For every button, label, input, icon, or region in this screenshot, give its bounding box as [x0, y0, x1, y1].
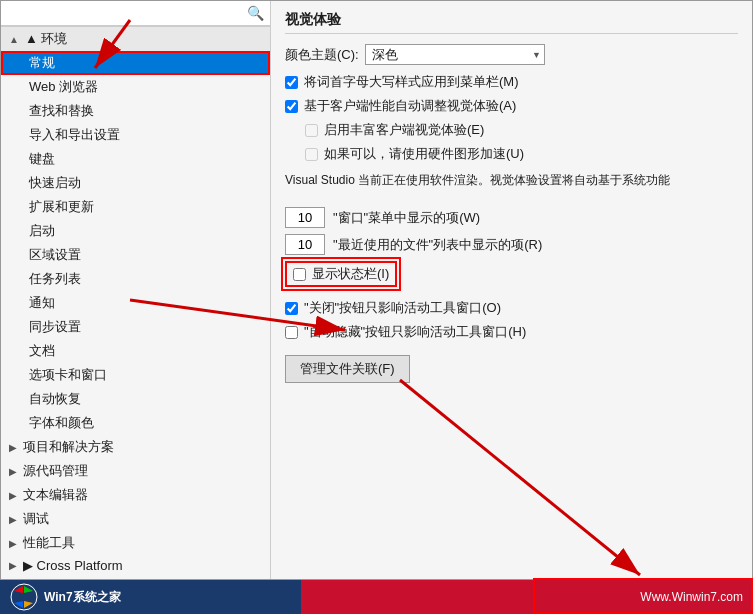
sidebar-item-notify[interactable]: 通知 [1, 291, 270, 315]
sidebar-item-auto-recover[interactable]: 自动恢复 [1, 387, 270, 411]
theme-dropdown-wrapper: 深色 浅色 蓝色 高对比度 [365, 44, 545, 65]
number-row-1: "窗口"菜单中显示的项(W) [285, 207, 738, 228]
sidebar-item-tasklist[interactable]: 任务列表 [1, 267, 270, 291]
sidebar-item-sync[interactable]: 同步设置 [1, 315, 270, 339]
checkbox-hide[interactable] [285, 326, 298, 339]
sidebar-item-doc[interactable]: 文档 [1, 339, 270, 363]
sidebar-item-source-control[interactable]: ▶ 源代码管理 [1, 459, 270, 483]
expand-arrow-texteditor: ▶ [9, 490, 21, 501]
sidebar-item-font-color[interactable]: 字体和颜色 [1, 411, 270, 435]
number-label-1: "窗口"菜单中显示的项(W) [333, 209, 480, 227]
search-bar: 🔍 [1, 1, 270, 26]
sidebar-item-huanjing[interactable]: ▲ ▲ 环境 [1, 26, 270, 51]
expand-arrow-source: ▶ [9, 466, 21, 477]
main-container: 🔍 ▲ ▲ 环境 常规 Web 浏览器 查找和替换 导入和导出设置 键盘 [0, 0, 753, 580]
info-text: Visual Studio 当前正在使用软件渲染。视觉体验设置将自动基于系统功能 [285, 171, 705, 189]
checkbox-hw-accel-label: 如果可以，请使用硬件图形加速(U) [324, 145, 524, 163]
status-bar-row-wrapper: 显示状态栏(I) [285, 261, 738, 293]
sidebar-item-find-replace[interactable]: 查找和替换 [1, 99, 270, 123]
sidebar-item-project[interactable]: ▶ 项目和解决方案 [1, 435, 270, 459]
checkbox-menu-case-row: 将词首字母大写样式应用到菜单栏(M) [285, 73, 738, 91]
number-label-2: "最近使用的文件"列表中显示的项(R) [333, 236, 542, 254]
checkbox-close-label: "关闭"按钮只影响活动工具窗口(O) [304, 299, 501, 317]
sidebar-item-debug[interactable]: ▶ 调试 [1, 507, 270, 531]
btn-manage-wrapper: 管理文件关联(F) [285, 349, 738, 383]
expand-arrow-perf: ▶ [9, 538, 21, 549]
watermark-text-left: Win7系统之家 [44, 589, 121, 606]
number-input-2[interactable] [285, 234, 325, 255]
content-panel: 视觉体验 颜色主题(C): 深色 浅色 蓝色 高对比度 将词首字母大写样式应用到… [271, 1, 752, 579]
number-row-2: "最近使用的文件"列表中显示的项(R) [285, 234, 738, 255]
checkbox-rich-client[interactable] [305, 124, 318, 137]
checkbox-hide-label: "自动隐藏"按钮只影响活动工具窗口(H) [304, 323, 526, 341]
btn-manage[interactable]: 管理文件关联(F) [285, 355, 410, 383]
number-input-1[interactable] [285, 207, 325, 228]
checkbox-status-label: 显示状态栏(I) [312, 265, 389, 283]
section-title: 视觉体验 [285, 11, 738, 34]
checkbox-status[interactable] [293, 268, 306, 281]
sidebar-item-cross-platform[interactable]: ▶ ▶ Cross Platform [1, 555, 270, 576]
sidebar-item-web[interactable]: Web 浏览器 [1, 75, 270, 99]
checkbox-hw-accel-row: 如果可以，请使用硬件图形加速(U) [305, 145, 738, 163]
watermark-text-right: Www.Winwin7.com [640, 590, 743, 604]
checkbox-status-row: 显示状态栏(I) [285, 261, 397, 287]
watermark-bar: Win7系统之家 Www.Winwin7.com [0, 580, 753, 614]
checkbox-rich-client-row: 启用丰富客户端视觉体验(E) [305, 121, 738, 139]
expand-arrow-huanjing: ▲ [9, 34, 21, 45]
expand-arrow-debug: ▶ [9, 514, 21, 525]
sidebar-item-region[interactable]: 区域设置 [1, 243, 270, 267]
watermark-left: Win7系统之家 [10, 583, 121, 611]
search-input[interactable] [7, 6, 247, 21]
checkbox-auto-adjust-row: 基于客户端性能自动调整视觉体验(A) [285, 97, 738, 115]
expand-arrow-cross: ▶ [9, 560, 21, 571]
sidebar-item-changgui[interactable]: 常规 [1, 51, 270, 75]
win7-logo-icon [10, 583, 38, 611]
checkbox-hide-row: "自动隐藏"按钮只影响活动工具窗口(H) [285, 323, 738, 341]
sidebar-item-expand-update[interactable]: 扩展和更新 [1, 195, 270, 219]
sidebar-item-github[interactable]: ▶ GitHub for Visual Studio [1, 576, 270, 579]
sidebar: 🔍 ▲ ▲ 环境 常规 Web 浏览器 查找和替换 导入和导出设置 键盘 [1, 1, 271, 579]
theme-dropdown[interactable]: 深色 浅色 蓝色 高对比度 [365, 44, 545, 65]
sidebar-item-keyboard[interactable]: 键盘 [1, 147, 270, 171]
checkbox-menu-case-label: 将词首字母大写样式应用到菜单栏(M) [304, 73, 519, 91]
checkbox-menu-case[interactable] [285, 76, 298, 89]
search-icon[interactable]: 🔍 [247, 5, 264, 21]
checkbox-rich-client-label: 启用丰富客户端视觉体验(E) [324, 121, 484, 139]
expand-arrow-project: ▶ [9, 442, 21, 453]
checkbox-hw-accel[interactable] [305, 148, 318, 161]
sidebar-item-start[interactable]: 启动 [1, 219, 270, 243]
theme-row: 颜色主题(C): 深色 浅色 蓝色 高对比度 [285, 44, 738, 65]
tree-container: ▲ ▲ 环境 常规 Web 浏览器 查找和替换 导入和导出设置 键盘 快速启动 [1, 26, 270, 579]
sidebar-item-text-editor[interactable]: ▶ 文本编辑器 [1, 483, 270, 507]
sidebar-item-option-window[interactable]: 选项卡和窗口 [1, 363, 270, 387]
checkbox-close[interactable] [285, 302, 298, 315]
checkbox-auto-adjust[interactable] [285, 100, 298, 113]
sidebar-item-quick-launch[interactable]: 快速启动 [1, 171, 270, 195]
theme-label: 颜色主题(C): [285, 46, 365, 64]
checkbox-close-row: "关闭"按钮只影响活动工具窗口(O) [285, 299, 738, 317]
sidebar-item-perf-tools[interactable]: ▶ 性能工具 [1, 531, 270, 555]
checkbox-auto-adjust-label: 基于客户端性能自动调整视觉体验(A) [304, 97, 516, 115]
sidebar-item-import-export[interactable]: 导入和导出设置 [1, 123, 270, 147]
